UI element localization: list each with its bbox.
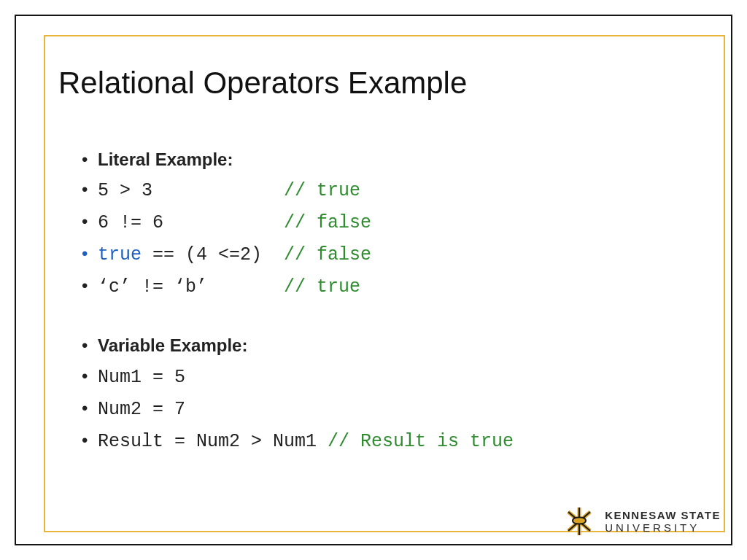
logo-line-2: UNIVERSITY <box>605 522 721 533</box>
slide-content: Literal Example: 5 > 3 // true 6 != 6 //… <box>82 144 680 457</box>
literal-row-3: ‘c’ != ‘b’ // true <box>82 271 680 303</box>
literal-row-2: true == (4 <=2) // false <box>82 238 680 271</box>
logo-line-1: KENNESAW STATE <box>605 510 721 521</box>
variable-row-1: Num2 = 7 <box>82 393 680 425</box>
variable-row-0: Num1 = 5 <box>82 361 680 393</box>
heading-literal-text: Literal Example: <box>98 149 233 169</box>
slide-title: Relational Operators Example <box>58 66 467 101</box>
variable-row-2: Result = Num2 > Num1 // Result is true <box>82 425 680 457</box>
logo-mark-icon <box>562 505 596 538</box>
heading-literal: Literal Example: <box>82 144 680 174</box>
heading-variable: Variable Example: <box>82 330 680 360</box>
literal-row-0: 5 > 3 // true <box>82 174 680 206</box>
logo-text: KENNESAW STATE UNIVERSITY <box>605 510 721 533</box>
literal-row-1: 6 != 6 // false <box>82 206 680 238</box>
spacer <box>82 303 680 330</box>
heading-variable-text: Variable Example: <box>98 335 247 355</box>
university-logo: KENNESAW STATE UNIVERSITY <box>562 505 721 538</box>
